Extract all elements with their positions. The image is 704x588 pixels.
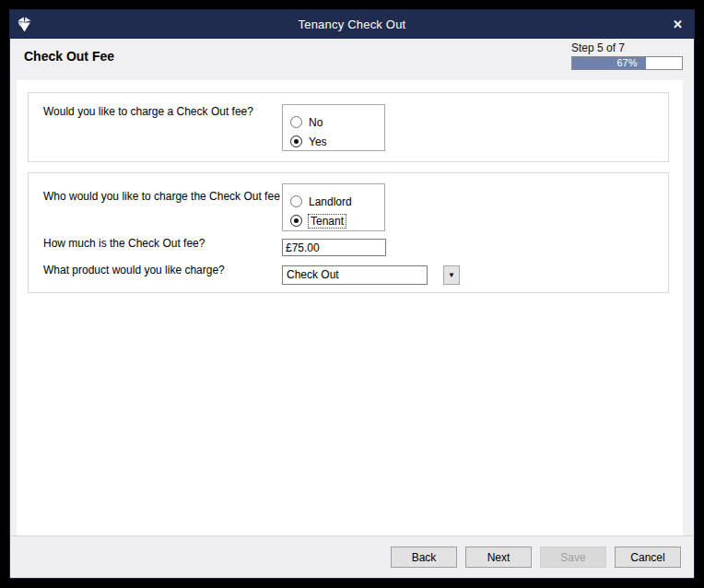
cancel-button[interactable]: Cancel (615, 547, 681, 568)
page-title: Check Out Fee (24, 49, 114, 64)
screen-background: { "titlebar": { "title": "Tenancy Check … (0, 0, 704, 588)
product-dropdown-button[interactable]: ▼ (443, 265, 460, 285)
product-combobox[interactable]: Check Out (282, 265, 428, 285)
radio-option-no[interactable]: No (290, 112, 384, 132)
question-product: What product would you like charge? (43, 264, 225, 276)
dialog-body: Check Out Fee Step 5 of 7 67% Would you … (10, 39, 694, 535)
step-indicator: Step 5 of 7 (571, 41, 625, 54)
radio-yes-label: Yes (309, 135, 327, 148)
progress-percent-label: 67% (572, 57, 682, 69)
content-panel: Would you like to charge a Check Out fee… (17, 80, 683, 535)
radio-landlord-label: Landlord (309, 195, 352, 208)
title-bar: Tenancy Check Out ✕ (10, 10, 694, 39)
radio-no-icon[interactable] (290, 116, 302, 128)
section-charge-fee: Would you like to charge a Check Out fee… (28, 92, 669, 162)
button-bar: Back Next Save Cancel (10, 535, 694, 578)
next-button[interactable]: Next (465, 547, 532, 568)
window-title: Tenancy Check Out (10, 18, 694, 31)
radio-landlord-icon[interactable] (290, 195, 302, 207)
radio-option-yes[interactable]: Yes (290, 132, 384, 151)
radio-no-label: No (309, 116, 323, 129)
radio-tenant-label: Tenant (309, 215, 346, 228)
back-button[interactable]: Back (391, 547, 457, 568)
save-button: Save (540, 547, 606, 568)
question-charge-fee: Would you like to charge a Check Out fee… (43, 105, 253, 118)
progress-bar: 67% (571, 56, 683, 70)
radio-option-landlord[interactable]: Landlord (290, 192, 384, 211)
chevron-down-icon: ▼ (448, 271, 455, 279)
radio-group-charge-fee: No Yes (282, 104, 385, 151)
radio-group-charge-to: Landlord Tenant (282, 183, 385, 231)
radio-yes-icon[interactable] (290, 135, 302, 147)
dialog-window: Tenancy Check Out ✕ Check Out Fee Step 5… (9, 9, 695, 579)
close-icon[interactable]: ✕ (673, 10, 683, 39)
question-charge-to: Who would you like to charge the Check O… (43, 190, 299, 203)
radio-option-tenant[interactable]: Tenant (290, 211, 384, 230)
section-fee-details: Who would you like to charge the Check O… (28, 172, 669, 293)
question-fee-amount: How much is the Check Out fee? (43, 237, 205, 250)
radio-tenant-icon[interactable] (290, 215, 302, 227)
fee-amount-input[interactable] (282, 239, 386, 256)
